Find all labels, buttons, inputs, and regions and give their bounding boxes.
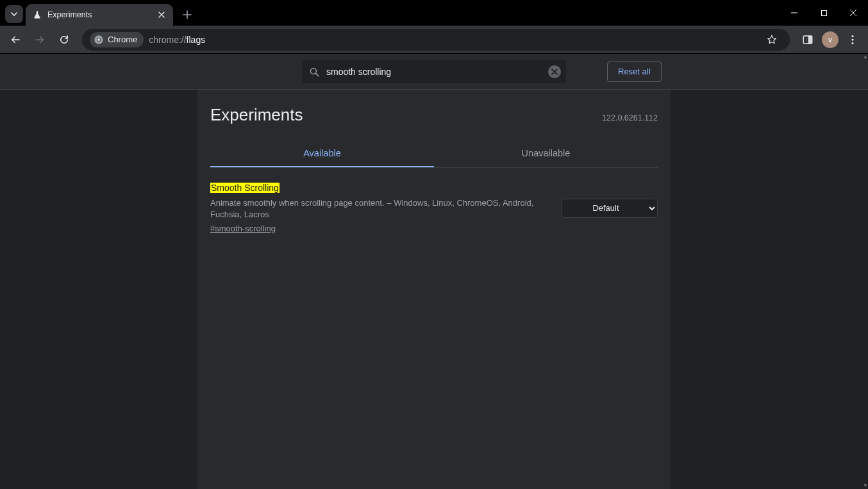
nav-forward-button[interactable] <box>29 29 50 50</box>
browser-toolbar: Chrome chrome://flags v <box>0 26 868 54</box>
svg-point-3 <box>97 38 100 41</box>
scroll-up-arrow[interactable]: ▲ <box>863 54 868 60</box>
reset-all-button[interactable]: Reset all <box>607 62 662 82</box>
bookmark-button[interactable] <box>762 29 782 50</box>
svg-point-7 <box>851 38 853 40</box>
flags-search-input[interactable] <box>302 60 566 83</box>
svg-point-8 <box>851 42 853 44</box>
vertical-scrollbar[interactable]: ▲ ▼ <box>863 54 868 489</box>
browser-titlebar: Experiments <box>0 0 868 26</box>
new-tab-button[interactable] <box>178 6 196 24</box>
site-chip[interactable]: Chrome <box>90 32 144 47</box>
nav-back-button[interactable] <box>5 29 26 50</box>
avatar-initial: v <box>828 35 832 44</box>
site-chip-label: Chrome <box>108 35 137 44</box>
reload-icon <box>58 34 70 46</box>
window-controls <box>780 0 868 26</box>
version-text: 122.0.6261.112 <box>602 113 658 122</box>
flask-icon <box>32 10 42 20</box>
svg-point-6 <box>851 35 853 37</box>
arrow-left-icon <box>10 34 21 46</box>
url-path: flags <box>187 35 206 45</box>
chevron-down-icon <box>10 10 18 18</box>
window-maximize-button[interactable] <box>809 0 839 26</box>
maximize-icon <box>821 10 828 17</box>
minimize-icon <box>790 9 798 17</box>
experiment-title: Smooth Scrolling <box>210 183 280 193</box>
tab-unavailable[interactable]: Unavailable <box>434 140 658 167</box>
tab-search-button[interactable] <box>5 5 23 23</box>
experiment-description: Animate smoothly when scrolling page con… <box>210 197 546 220</box>
kebab-icon <box>847 35 858 45</box>
svg-rect-0 <box>821 10 826 15</box>
panel-icon <box>802 34 814 46</box>
url-scheme: chrome:// <box>149 35 186 45</box>
close-icon <box>849 9 857 17</box>
svg-rect-5 <box>809 36 812 44</box>
plus-icon <box>183 10 192 19</box>
flags-tabs: Available Unavailable <box>210 140 658 168</box>
experiment-hash-link[interactable]: #smooth-scrolling <box>210 224 276 233</box>
experiments-panel: Experiments 122.0.6261.112 Available Una… <box>197 90 671 489</box>
tab-available[interactable]: Available <box>210 140 434 167</box>
side-panel-button[interactable] <box>797 29 818 50</box>
address-bar[interactable]: Chrome chrome://flags <box>82 29 790 51</box>
close-icon <box>158 12 165 18</box>
browser-tab[interactable]: Experiments <box>26 4 173 26</box>
clear-search-button[interactable] <box>548 65 561 78</box>
tab-close-button[interactable] <box>156 10 167 20</box>
menu-button[interactable] <box>842 29 863 50</box>
experiment-select[interactable]: Default <box>562 199 658 218</box>
arrow-right-icon <box>34 34 46 46</box>
nav-reload-button[interactable] <box>54 29 74 50</box>
scroll-down-arrow[interactable]: ▼ <box>863 483 868 489</box>
page-viewport[interactable]: Experiments 122.0.6261.112 Available Una… <box>0 90 868 489</box>
star-icon <box>766 34 778 46</box>
close-icon <box>551 69 558 75</box>
svg-point-9 <box>310 68 316 74</box>
page-title: Experiments <box>210 105 303 125</box>
window-close-button[interactable] <box>839 0 868 26</box>
search-icon <box>308 66 320 78</box>
chrome-logo-icon <box>94 35 104 45</box>
flags-search-bar: Reset all <box>0 54 868 90</box>
profile-avatar[interactable]: v <box>822 31 839 48</box>
window-minimize-button[interactable] <box>780 0 809 26</box>
search-container <box>302 60 566 83</box>
tab-title: Experiments <box>47 10 151 19</box>
url-text: chrome://flags <box>149 35 205 45</box>
experiment-row: Smooth Scrolling Animate smoothly when s… <box>210 179 658 244</box>
